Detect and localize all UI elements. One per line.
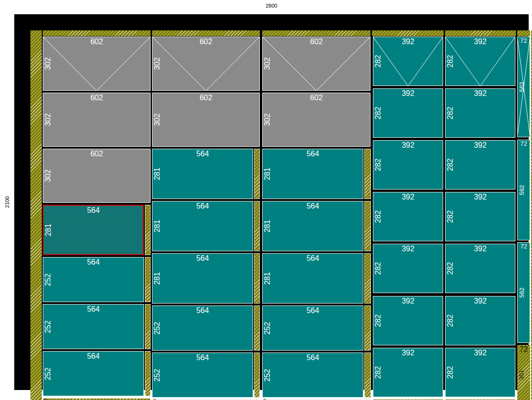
- panel-height-label: 281: [153, 272, 161, 285]
- panel-height-label: 302: [153, 57, 161, 70]
- offcut-waste-strip: [145, 304, 151, 349]
- offcut-waste-strip: [145, 351, 151, 396]
- panel-width-label: 392: [373, 297, 443, 305]
- panel[interactable]: 564252: [43, 351, 144, 396]
- offcut-waste-strip: [145, 205, 151, 255]
- cutting-layout-canvas: 2800 2100 60265,860257,860257,8723516023…: [0, 0, 532, 400]
- panel[interactable]: 392282: [445, 37, 515, 86]
- panel-height-label: 281: [264, 168, 271, 181]
- panel-height-label: 282: [374, 159, 382, 171]
- panel[interactable]: 392282: [373, 140, 443, 190]
- panel[interactable]: 564281: [262, 201, 363, 251]
- panel[interactable]: 72562: [517, 242, 530, 343]
- panel-height-label: 281: [264, 220, 271, 233]
- panel[interactable]: 392282: [445, 244, 515, 293]
- panel-width-label: 564: [43, 258, 143, 267]
- panel-selected[interactable]: 564281: [43, 205, 144, 255]
- panel[interactable]: 392282: [373, 37, 443, 86]
- panel-width-label: 392: [373, 245, 443, 253]
- panel-width-label: 564: [43, 305, 143, 314]
- panel-height-label: 562: [519, 185, 525, 195]
- panel-width-label: 564: [152, 202, 253, 210]
- panel[interactable]: 602302: [262, 37, 370, 91]
- panel[interactable]: 602302: [152, 37, 260, 91]
- panel-height-label: 252: [153, 322, 161, 334]
- trim-waste-strip: [517, 30, 530, 36]
- panel[interactable]: 392282: [445, 140, 515, 190]
- panel[interactable]: 392282: [373, 296, 443, 345]
- panel[interactable]: 564252: [262, 305, 363, 351]
- offcut-waste-strip: [364, 201, 371, 251]
- offcut-waste-strip: [254, 201, 260, 251]
- panel-height-label: 282: [446, 366, 454, 379]
- panel-height-label: 282: [374, 210, 382, 223]
- panel[interactable]: 564252: [152, 305, 253, 351]
- panel-width-label: 564: [152, 306, 253, 315]
- panel[interactable]: 392282: [445, 88, 515, 138]
- panel[interactable]: 392282: [373, 244, 443, 293]
- panel-height-label: 282: [446, 55, 454, 68]
- panel[interactable]: 564281: [152, 253, 253, 304]
- panel-height-label: 282: [446, 159, 454, 171]
- panel[interactable]: 564252: [152, 352, 253, 398]
- panel[interactable]: 392282: [373, 348, 443, 397]
- stock-sheet: 60265,860257,860257,87235160230260230260…: [14, 14, 529, 390]
- panel[interactable]: 564281: [152, 149, 253, 199]
- panel[interactable]: 602302: [43, 93, 151, 147]
- panel-width-label: 392: [446, 297, 515, 305]
- offcut-waste-strip: [364, 149, 371, 199]
- panel[interactable]: 564252: [262, 352, 363, 398]
- panel[interactable]: 72562: [517, 140, 530, 240]
- panel-width-label: 564: [263, 202, 363, 210]
- panel-width-label: 392: [373, 141, 443, 150]
- panel[interactable]: 564281: [262, 253, 363, 304]
- offcut-waste-strip: [254, 352, 260, 398]
- bottom-waste-strip: 60265,8: [43, 398, 151, 400]
- panel-height-label: 252: [264, 322, 271, 334]
- offcut-waste-strip: [254, 305, 260, 351]
- panel-height-label: 281: [153, 220, 161, 233]
- panel-height-label: 302: [153, 114, 161, 126]
- panel[interactable]: 392282: [445, 192, 515, 241]
- panel-width-label: 392: [446, 38, 515, 46]
- panel-height-label: 252: [44, 320, 52, 333]
- panel[interactable]: 602302: [43, 149, 151, 203]
- panel-height-label: 282: [374, 55, 382, 68]
- panel[interactable]: 602302: [152, 93, 260, 147]
- trim-waste-strip: [152, 30, 260, 36]
- panel-height-label: 252: [44, 367, 52, 380]
- panel-height-label: 562: [519, 82, 525, 92]
- panel[interactable]: 72562: [517, 37, 530, 137]
- panel-width-label: 564: [152, 353, 253, 362]
- offcut-waste-strip: [145, 257, 151, 302]
- offcut-waste-strip: [364, 352, 371, 398]
- panel[interactable]: 392282: [445, 296, 515, 345]
- sheet-height-dimension: 2100: [4, 196, 10, 208]
- panel-width-label: 392: [446, 89, 515, 98]
- panel-width-label: 602: [263, 38, 370, 46]
- panel-width-label: 564: [43, 352, 143, 361]
- sheet-height-dimension-wrap: 2100: [3, 14, 11, 390]
- panel-height-label: 282: [374, 107, 382, 120]
- panel[interactable]: 564281: [262, 149, 363, 199]
- panel-height-label: 282: [374, 366, 382, 379]
- panel[interactable]: 564252: [43, 257, 144, 302]
- panel-height-label: 302: [44, 57, 52, 70]
- trim-waste-strip: [43, 30, 151, 36]
- panel-width-label: 392: [373, 38, 443, 46]
- panel[interactable]: 564252: [43, 304, 144, 349]
- panel-height-label: 282: [374, 262, 382, 275]
- panel-width-label: 564: [263, 254, 363, 263]
- panel[interactable]: 392282: [373, 192, 443, 241]
- panel-height-label: 302: [44, 114, 52, 126]
- trim-waste-strip: [30, 30, 42, 400]
- panel[interactable]: 564281: [152, 201, 253, 251]
- panel-width-label: 392: [373, 193, 443, 201]
- panel[interactable]: 602302: [262, 93, 370, 147]
- offcut-waste-strip: [364, 253, 371, 304]
- panel[interactable]: 392282: [373, 88, 443, 138]
- panel-height-label: 282: [446, 210, 454, 223]
- panel[interactable]: 602302: [43, 37, 151, 91]
- panel-height-label: 281: [153, 168, 161, 181]
- panel[interactable]: 392282: [445, 348, 515, 397]
